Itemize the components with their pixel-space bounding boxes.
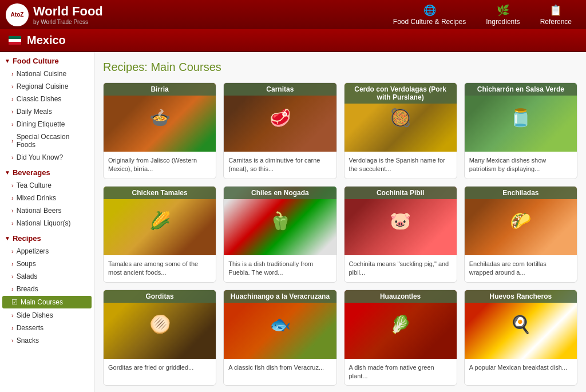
sidebar-item-breads[interactable]: ›Breads [0, 283, 94, 295]
flag-red-stripe [9, 42, 21, 45]
country-name: Mexico [27, 34, 66, 47]
sidebar-item-label-desserts: Desserts [17, 324, 43, 332]
page-title: Recipes: Main Courses [103, 61, 577, 74]
recipe-card-gorditas[interactable]: 🫓 Gorditas Gorditas are fried or griddle… [103, 290, 216, 386]
recipe-description-chiles-en-nogada: This is a dish traditionally from Puebla… [224, 255, 336, 282]
recipe-description-cochinita-pibil: Cochinita means "suckling pig," and pibi… [345, 255, 457, 282]
recipe-title-huachinango-a-la-veracruzana: Huachinango a la Veracruzana [224, 290, 336, 303]
app-title: World Food [33, 4, 103, 18]
recipe-description-huauzontles: A dish made from native green plant... [345, 359, 457, 386]
sidebar-item-did-you-know[interactable]: ›Did You Know? [0, 151, 94, 164]
sidebar-item-label-national-cuisine: National Cuisine [17, 70, 66, 78]
sidebar-item-label-tea-culture: Tea Culture [17, 181, 52, 189]
logo-text-area: World Food by World Trade Press [33, 4, 103, 25]
recipe-card-huevos-rancheros[interactable]: 🍳 Huevos Rancheros A popular Mexican bre… [464, 290, 577, 386]
sidebar-item-special-occasion-foods[interactable]: ›Special Occasion Foods [0, 130, 94, 151]
content-area: Recipes: Main Courses 🍲 Birria Originall… [94, 52, 586, 392]
nav-btn-food-culture-recipes[interactable]: 🌐Food Culture & Recipes [385, 1, 474, 29]
nav-icon-reference: 📋 [549, 4, 562, 17]
sidebar-item-national-liquors[interactable]: ›National Liquor(s) [0, 217, 94, 229]
sidebar-section-food-culture[interactable]: ▼Food Culture [0, 52, 94, 68]
sidebar-item-classic-dishes[interactable]: ›Classic Dishes [0, 93, 94, 105]
sidebar-item-label-breads: Breads [17, 285, 38, 293]
sidebar-item-tea-culture[interactable]: ›Tea Culture [0, 179, 94, 192]
sidebar-item-label-side-dishes: Side Dishes [17, 311, 53, 319]
chevron-right-icon: › [11, 182, 14, 189]
chevron-right-icon: › [11, 195, 14, 201]
recipe-description-huevos-rancheros: A popular Mexican breakfast dish... [465, 359, 577, 377]
sidebar-item-snacks[interactable]: ›Snacks [0, 334, 94, 347]
recipe-card-chicken-tamales[interactable]: 🌽 Chicken Tamales Tamales are among some… [103, 186, 216, 283]
recipe-description-birria: Originally from Jalisco (Western Mexico)… [104, 152, 216, 179]
recipe-image-gorditas: 🫓 Gorditas [104, 290, 216, 359]
nav-label-reference: Reference [540, 18, 572, 26]
recipe-card-enchiladas[interactable]: 🌮 Enchiladas Enchiladas are corn tortill… [464, 186, 577, 283]
chevron-right-icon: › [11, 286, 14, 292]
sidebar-item-national-beers[interactable]: ›National Beers [0, 204, 94, 217]
nav-btn-ingredients[interactable]: 🌿Ingredients [477, 1, 528, 29]
nav-label-ingredients: Ingredients [486, 18, 520, 26]
chevron-right-icon: › [11, 121, 14, 128]
sidebar-item-appetizers[interactable]: ›Appetizers [0, 245, 94, 258]
country-flag [9, 36, 21, 45]
recipe-card-huachinango-a-la-veracruzana[interactable]: 🐟 Huachinango a la Veracruzana A classic… [223, 290, 336, 386]
sidebar-item-label-special-occasion-foods: Special Occasion Foods [17, 133, 89, 149]
recipe-card-chicharron-en-salsa-verde[interactable]: 🫙 Chicharrón en Salsa Verde Many Mexican… [464, 82, 577, 179]
recipe-title-cerdo-con-verdolagas: Cerdo con Verdolagas (Pork with Purslane… [345, 83, 457, 104]
section-label-recipes: Recipes [13, 234, 41, 243]
sidebar-item-main-courses[interactable]: ☑Main Courses [2, 296, 92, 308]
recipe-card-cerdo-con-verdolagas[interactable]: 🥘 Cerdo con Verdolagas (Pork with Pursla… [344, 82, 457, 179]
recipe-image-chicken-tamales: 🌽 Chicken Tamales [104, 187, 216, 255]
chevron-right-icon: › [11, 220, 14, 227]
chevron-right-icon: › [11, 260, 14, 267]
recipe-image-carnitas: 🥩 Carnitas [224, 83, 336, 152]
recipe-title-cochinita-pibil: Cochinita Pibil [345, 187, 457, 199]
app-subtitle: by World Trade Press [33, 19, 103, 25]
sidebar-item-dining-etiquette[interactable]: ›Dining Etiquette [0, 118, 94, 130]
sidebar-section-beverages[interactable]: ▼Beverages [0, 164, 94, 179]
chevron-right-icon: › [11, 324, 14, 331]
recipe-title-huevos-rancheros: Huevos Rancheros [465, 290, 577, 303]
sidebar-item-label-main-courses: Main Courses [21, 298, 63, 306]
recipe-title-carnitas: Carnitas [224, 83, 336, 96]
recipe-image-huachinango-a-la-veracruzana: 🐟 Huachinango a la Veracruzana [224, 290, 336, 359]
logo-area: AtoZ World Food by World Trade Press [6, 3, 385, 26]
recipe-description-cerdo-con-verdolagas: Verdolaga is the Spanish name for the su… [345, 152, 457, 179]
sidebar-item-desserts[interactable]: ›Desserts [0, 322, 94, 334]
sidebar-item-label-classic-dishes: Classic Dishes [17, 95, 62, 103]
nav-buttons: 🌐Food Culture & Recipes🌿Ingredients📋Refe… [385, 1, 580, 29]
sidebar-item-regional-cuisine[interactable]: ›Regional Cuisine [0, 80, 94, 93]
nav-icon-ingredients: 🌿 [497, 4, 509, 17]
sidebar-item-soups[interactable]: ›Soups [0, 258, 94, 270]
sidebar-item-label-national-liquors: National Liquor(s) [17, 219, 71, 227]
chevron-right-icon: › [11, 70, 14, 77]
recipe-image-birria: 🍲 Birria [104, 83, 216, 152]
recipe-card-chiles-en-nogada[interactable]: 🫑 Chiles en Nogada This is a dish tradit… [223, 186, 336, 283]
chevron-right-icon: › [11, 273, 14, 280]
nav-btn-reference[interactable]: 📋Reference [532, 1, 580, 29]
recipe-card-huauzontles[interactable]: 🥬 Huauzontles A dish made from native gr… [344, 290, 457, 386]
chevron-right-icon: › [11, 207, 14, 214]
recipe-card-carnitas[interactable]: 🥩 Carnitas Carnitas is a diminutive for … [223, 82, 336, 179]
recipe-title-chicken-tamales: Chicken Tamales [104, 187, 216, 199]
recipe-card-cochinita-pibil[interactable]: 🐷 Cochinita Pibil Cochinita means "suckl… [344, 186, 457, 283]
recipe-image-enchiladas: 🌮 Enchiladas [465, 187, 577, 255]
sidebar-item-mixed-drinks[interactable]: ›Mixed Drinks [0, 192, 94, 204]
chevron-right-icon: › [11, 137, 14, 144]
section-label-food-culture: Food Culture [13, 57, 59, 65]
arrow-icon: ▼ [5, 58, 10, 64]
section-label-beverages: Beverages [13, 168, 50, 177]
recipe-title-gorditas: Gorditas [104, 290, 216, 303]
sidebar-item-salads[interactable]: ›Salads [0, 270, 94, 283]
recipe-title-birria: Birria [104, 83, 216, 96]
recipe-title-enchiladas: Enchiladas [465, 187, 577, 199]
recipe-description-huachinango-a-la-veracruzana: A classic fish dish from Veracruz... [224, 359, 336, 377]
sidebar-item-side-dishes[interactable]: ›Side Dishes [0, 309, 94, 322]
recipe-card-birria[interactable]: 🍲 Birria Originally from Jalisco (Wester… [103, 82, 216, 179]
sidebar-item-national-cuisine[interactable]: ›National Cuisine [0, 68, 94, 80]
recipe-image-chicharron-en-salsa-verde: 🫙 Chicharrón en Salsa Verde [465, 83, 577, 152]
sidebar-item-daily-meals[interactable]: ›Daily Meals [0, 105, 94, 118]
sidebar-section-recipes[interactable]: ▼Recipes [0, 229, 94, 245]
recipe-description-carnitas: Carnitas is a diminutive for carne (meat… [224, 152, 336, 179]
logo-icon: AtoZ [6, 3, 29, 26]
